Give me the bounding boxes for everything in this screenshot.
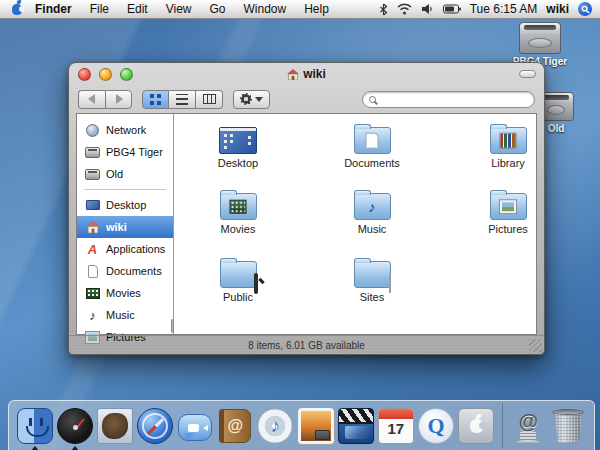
file-item-documents[interactable]: Documents: [326, 120, 418, 169]
movies-icon: [84, 288, 101, 299]
dock-item-safari[interactable]: [136, 408, 173, 444]
icon-view-icon: [150, 94, 161, 105]
dock-item-trash[interactable]: [550, 408, 587, 444]
desktop-volume-pbg4-tiger[interactable]: PBG4 Tiger: [512, 22, 568, 67]
zoom-button[interactable]: [120, 68, 133, 81]
spring-base: [517, 440, 539, 444]
desktop-icon: [84, 200, 101, 210]
calendar-day: 17: [379, 420, 413, 437]
column-view-button[interactable]: [196, 90, 223, 109]
file-item-desktop[interactable]: Desktop: [192, 120, 284, 169]
menu-bar: Finder File Edit View Go Window Help Tue…: [0, 0, 600, 19]
back-button[interactable]: [78, 90, 105, 109]
home-icon: [287, 69, 299, 80]
folder-library-icon: [490, 127, 527, 154]
file-item-music[interactable]: ♪ Music: [326, 186, 418, 235]
toolbar-toggle-button[interactable]: [519, 70, 536, 78]
search-field[interactable]: [362, 91, 535, 108]
finder-window: wiki Network: [68, 62, 545, 355]
window-title-text: wiki: [303, 67, 326, 81]
action-menu-button[interactable]: [233, 90, 270, 109]
iphoto-icon: [298, 408, 334, 444]
menu-file[interactable]: File: [81, 0, 118, 19]
dock-item-system-preferences[interactable]: [458, 408, 495, 444]
file-label: Library: [462, 157, 554, 169]
close-button[interactable]: [78, 68, 91, 81]
search-icon: [369, 96, 376, 103]
apple-logo-icon: [470, 419, 483, 433]
sidebar-item-wiki[interactable]: wiki: [77, 216, 173, 238]
wifi-icon[interactable]: [397, 3, 412, 15]
sidebar: Network PBG4 Tiger Old Desktop: [77, 114, 174, 334]
battery-icon[interactable]: [443, 4, 461, 14]
dock-item-itunes[interactable]: ♪: [257, 408, 294, 444]
window-body: Network PBG4 Tiger Old Desktop: [76, 113, 537, 335]
dock-item-iphoto[interactable]: [297, 408, 334, 444]
dock-item-ichat[interactable]: [177, 411, 214, 441]
window-toolbar: [69, 85, 544, 113]
resize-grip[interactable]: [529, 339, 542, 352]
sidebar-item-pbg4-tiger[interactable]: PBG4 Tiger: [77, 141, 173, 163]
desktop-screen-icon: [219, 127, 257, 154]
file-item-pictures[interactable]: Pictures: [462, 186, 554, 235]
dock-item-address-book[interactable]: @: [217, 408, 254, 443]
file-label: Desktop: [192, 157, 284, 169]
sidebar-label: Music: [106, 309, 135, 321]
dock-item-ical[interactable]: 17: [377, 408, 414, 444]
menubar-clock[interactable]: Tue 6:15 AM: [470, 2, 538, 16]
dock-item-quicktime[interactable]: Q: [417, 408, 454, 444]
sidebar-item-documents[interactable]: Documents: [77, 260, 173, 282]
music-icon: ♪: [84, 309, 101, 322]
file-label: Pictures: [462, 223, 554, 235]
sidebar-item-applications[interactable]: A Applications: [77, 238, 173, 260]
sidebar-item-movies[interactable]: Movies: [77, 282, 173, 304]
title-bar[interactable]: wiki: [69, 63, 544, 85]
sidebar-item-old[interactable]: Old: [77, 163, 173, 185]
dashboard-icon: [57, 408, 93, 444]
dock-divider: [502, 403, 503, 448]
network-globe-icon: [84, 124, 101, 137]
dock-item-dashboard[interactable]: [56, 408, 93, 444]
file-label: Sites: [326, 291, 418, 303]
applications-icon: A: [84, 243, 101, 256]
dock-item-at-spring[interactable]: @: [510, 408, 547, 444]
spotlight-icon[interactable]: [578, 2, 592, 16]
file-item-library[interactable]: Library: [462, 120, 554, 169]
hard-drive-icon: [84, 147, 101, 158]
volume-icon[interactable]: [421, 3, 434, 15]
sidebar-label: Network: [106, 124, 146, 136]
ichat-bubble-icon: [178, 414, 212, 441]
icon-view-button[interactable]: [142, 90, 169, 109]
menu-edit[interactable]: Edit: [118, 0, 157, 19]
menu-go[interactable]: Go: [201, 0, 235, 19]
at-spring-icon: @: [510, 408, 546, 444]
forward-button[interactable]: [105, 90, 132, 109]
menubar-user[interactable]: wiki: [546, 2, 569, 16]
apple-menu[interactable]: [8, 4, 26, 15]
calendar-header: [379, 409, 413, 419]
sidebar-item-desktop[interactable]: Desktop: [77, 194, 173, 216]
sidebar-item-music[interactable]: ♪ Music: [77, 304, 173, 326]
search-input[interactable]: [376, 93, 528, 105]
menu-window[interactable]: Window: [235, 0, 296, 19]
bluetooth-icon[interactable]: [379, 3, 388, 16]
status-text: 8 items, 6.01 GB available: [248, 340, 365, 351]
file-item-movies[interactable]: Movies: [192, 186, 284, 235]
menu-help[interactable]: Help: [295, 0, 338, 19]
folder-contents: Desktop Documents Library Movies ♪ Music…: [174, 114, 536, 334]
menu-view[interactable]: View: [157, 0, 201, 19]
file-item-sites[interactable]: Sites: [326, 254, 418, 303]
mail-icon: [97, 408, 133, 444]
dock-item-imovie[interactable]: [337, 408, 374, 444]
forward-arrow-icon: [116, 94, 128, 104]
dock-item-finder[interactable]: [16, 408, 53, 444]
list-view-button[interactable]: [169, 90, 196, 109]
minimize-button[interactable]: [99, 68, 112, 81]
dock-item-mail[interactable]: [96, 408, 133, 444]
sidebar-label: wiki: [106, 221, 127, 233]
folder-public-icon: [220, 261, 257, 288]
sidebar-label: Movies: [106, 287, 141, 299]
sidebar-item-network[interactable]: Network: [77, 119, 173, 141]
menu-finder[interactable]: Finder: [26, 0, 81, 19]
file-item-public[interactable]: Public: [192, 254, 284, 303]
